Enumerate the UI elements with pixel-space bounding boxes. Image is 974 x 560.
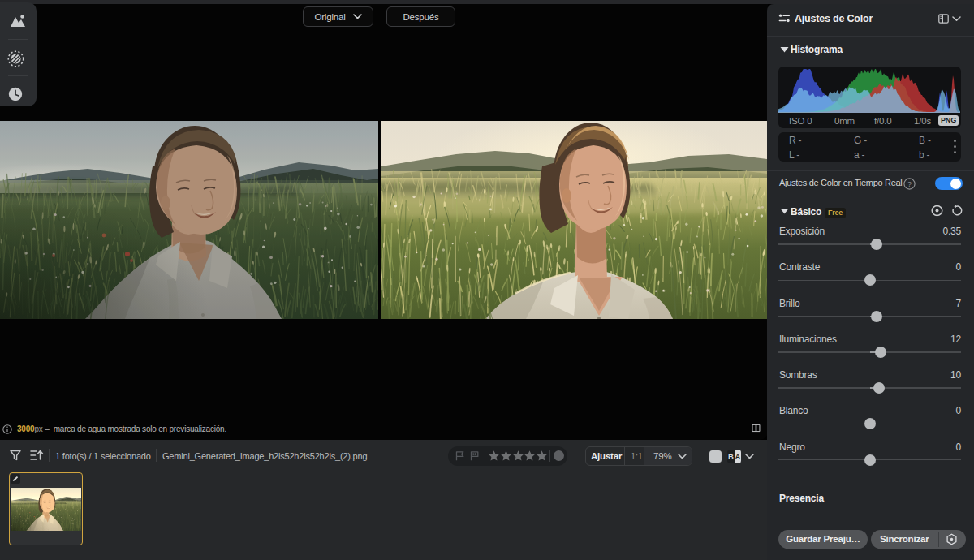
svg-text:?: ? [907, 180, 912, 188]
